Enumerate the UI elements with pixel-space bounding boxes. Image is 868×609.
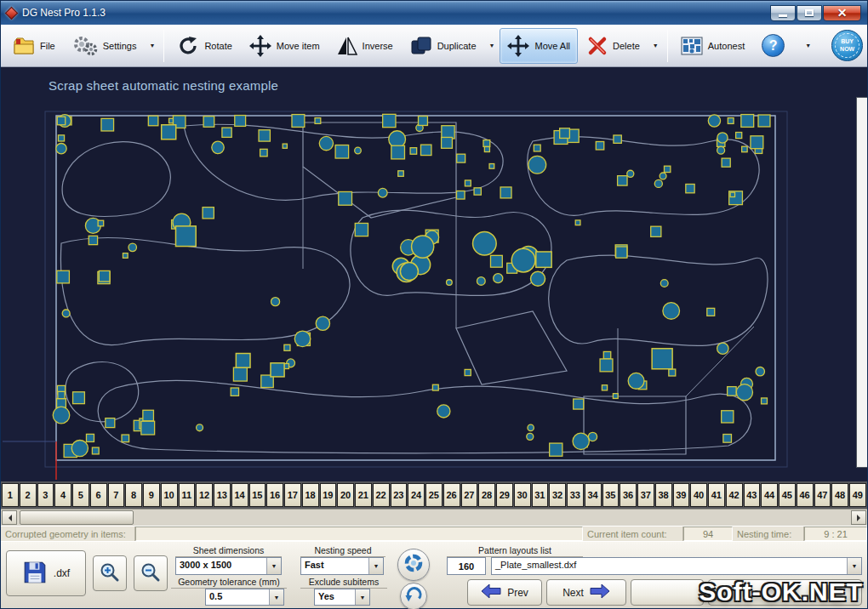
sheet-tab-27[interactable]: 27 bbox=[461, 483, 478, 507]
button-obscured-1[interactable] bbox=[631, 579, 704, 606]
sheet-tab-17[interactable]: 17 bbox=[284, 483, 301, 507]
toolbar-autonest-button[interactable]: Autonest bbox=[673, 28, 752, 64]
nesting-canvas-area[interactable]: Scrap sheet automatic nesting example bbox=[1, 67, 867, 481]
sheet-tab-44[interactable]: 44 bbox=[761, 483, 778, 507]
sheet-tab-9[interactable]: 9 bbox=[143, 483, 160, 507]
duplicate-dropdown-caret[interactable]: ▼ bbox=[486, 43, 499, 48]
sheet-tab-25[interactable]: 25 bbox=[425, 483, 443, 507]
save-dxf-label: .dxf bbox=[54, 567, 70, 579]
toolbar-settings-button[interactable]: Settings bbox=[65, 28, 145, 64]
toolbar-rotate-button[interactable]: Rotate bbox=[169, 28, 239, 64]
sheet-tab-47[interactable]: 47 bbox=[814, 483, 831, 507]
sheet-tab-32[interactable]: 32 bbox=[549, 483, 566, 507]
chevron-down-icon[interactable]: ▼ bbox=[368, 558, 383, 574]
sheet-tab-30[interactable]: 30 bbox=[514, 483, 531, 507]
sheet-tab-49[interactable]: 49 bbox=[849, 483, 866, 507]
delete-dropdown-caret[interactable]: ▼ bbox=[649, 43, 662, 48]
sheet-tab-2[interactable]: 2 bbox=[20, 483, 37, 507]
sheet-tab-35[interactable]: 35 bbox=[602, 483, 620, 507]
toolbar-delete-button[interactable]: Delete bbox=[580, 28, 648, 64]
renest-button[interactable] bbox=[397, 549, 430, 581]
gears-icon bbox=[72, 35, 98, 57]
chevron-down-icon[interactable]: ▼ bbox=[847, 558, 861, 574]
minimize-button[interactable] bbox=[770, 5, 796, 21]
toolbar-move-item-button[interactable]: Move item bbox=[242, 28, 328, 64]
sheet-tab-28[interactable]: 28 bbox=[478, 483, 495, 507]
sheet-tab-11[interactable]: 11 bbox=[179, 483, 196, 507]
scroll-right-button[interactable] bbox=[851, 510, 866, 525]
zoom-in-button[interactable] bbox=[93, 555, 127, 591]
sheet-tab-42[interactable]: 42 bbox=[726, 483, 743, 507]
sheet-tab-48[interactable]: 48 bbox=[831, 483, 848, 507]
sheet-tab-33[interactable]: 33 bbox=[567, 483, 584, 507]
sheet-tab-6[interactable]: 6 bbox=[90, 483, 107, 507]
chevron-down-icon[interactable]: ▼ bbox=[355, 589, 369, 605]
sheet-tab-10[interactable]: 10 bbox=[161, 483, 178, 507]
sheet-tab-5[interactable]: 5 bbox=[72, 483, 89, 507]
sheet-tab-20[interactable]: 20 bbox=[337, 483, 354, 507]
settings-dropdown-caret[interactable]: ▼ bbox=[146, 43, 158, 48]
sheet-tab-7[interactable]: 7 bbox=[108, 483, 125, 507]
scroll-left-button[interactable] bbox=[2, 510, 17, 525]
toolbar-buy-now-button[interactable]: BUY NOW bbox=[824, 28, 868, 64]
sheet-tab-16[interactable]: 16 bbox=[266, 483, 283, 507]
sheet-tab-24[interactable]: 24 bbox=[408, 483, 425, 507]
nesting-sheet-drawing[interactable] bbox=[1, 67, 867, 481]
window-title: DG Nest Pro 1.1.3 bbox=[22, 7, 106, 19]
sheet-tab-19[interactable]: 19 bbox=[320, 483, 337, 507]
sheet-tab-4[interactable]: 4 bbox=[54, 483, 71, 507]
chevron-down-icon[interactable]: ▼ bbox=[269, 589, 283, 605]
sheet-tab-39[interactable]: 39 bbox=[673, 483, 690, 507]
undo-button[interactable] bbox=[400, 583, 427, 609]
close-button[interactable]: ✕ bbox=[823, 5, 861, 21]
pattern-file-select[interactable]: _Plate_smallest.dxf ▼ bbox=[491, 557, 862, 575]
window-controls: ✕ bbox=[769, 5, 861, 21]
toolbar-inverse-button[interactable]: Inverse bbox=[329, 28, 401, 64]
exclude-subitems-select[interactable]: Yes ▼ bbox=[314, 589, 370, 606]
horizontal-scrollbar[interactable] bbox=[1, 509, 867, 526]
toolbar-more-options-button[interactable]: ▼ bbox=[794, 28, 822, 64]
sheet-tab-18[interactable]: 18 bbox=[302, 483, 319, 507]
sheet-tab-1[interactable]: 1 bbox=[2, 483, 19, 507]
sheet-tab-37[interactable]: 37 bbox=[637, 483, 654, 507]
toolbar-move-all-button[interactable]: Move All bbox=[500, 28, 578, 64]
nesting-speed-select[interactable]: Fast ▼ bbox=[300, 557, 384, 575]
sheet-tab-29[interactable]: 29 bbox=[496, 483, 513, 507]
sheet-tab-8[interactable]: 8 bbox=[125, 483, 142, 507]
next-button[interactable]: Next bbox=[546, 579, 626, 606]
sheet-tab-43[interactable]: 43 bbox=[744, 483, 761, 507]
sheet-tab-3[interactable]: 3 bbox=[37, 483, 54, 507]
sheet-tab-38[interactable]: 38 bbox=[655, 483, 672, 507]
sheet-tab-13[interactable]: 13 bbox=[214, 483, 231, 507]
toolbar-help-button[interactable]: ? bbox=[754, 28, 792, 64]
sheet-tab-14[interactable]: 14 bbox=[231, 483, 248, 507]
chevron-down-icon[interactable]: ▼ bbox=[266, 558, 281, 574]
sheet-tab-36[interactable]: 36 bbox=[620, 483, 637, 507]
sheet-tab-34[interactable]: 34 bbox=[585, 483, 602, 507]
nesting-speed-label: Nesting speed bbox=[300, 545, 385, 557]
sheet-tab-26[interactable]: 26 bbox=[443, 483, 460, 507]
button-obscured-2[interactable] bbox=[708, 579, 862, 606]
scrollbar-thumb[interactable] bbox=[20, 510, 134, 525]
sheet-tab-31[interactable]: 31 bbox=[532, 483, 549, 507]
sheet-tab-22[interactable]: 22 bbox=[373, 483, 390, 507]
toolbar-duplicate-button[interactable]: Duplicate bbox=[403, 28, 484, 64]
sheet-tab-45[interactable]: 45 bbox=[779, 483, 796, 507]
sheet-tab-15[interactable]: 15 bbox=[249, 483, 266, 507]
maximize-icon bbox=[805, 9, 814, 16]
sheet-tab-41[interactable]: 41 bbox=[708, 483, 725, 507]
prev-button[interactable]: Prev bbox=[467, 579, 542, 606]
sheet-dimensions-select[interactable]: 3000 x 1500 ▼ bbox=[175, 557, 282, 575]
sheet-tab-46[interactable]: 46 bbox=[797, 483, 814, 507]
rotate-icon bbox=[177, 35, 199, 57]
sheet-tab-12[interactable]: 12 bbox=[196, 483, 213, 507]
maximize-button[interactable] bbox=[797, 5, 822, 21]
sheet-tab-23[interactable]: 23 bbox=[391, 483, 408, 507]
geometry-tolerance-select[interactable]: 0.5 ▼ bbox=[205, 589, 284, 606]
toolbar-file-button[interactable]: File bbox=[5, 28, 63, 64]
zoom-out-button[interactable] bbox=[134, 555, 168, 591]
pattern-count-field[interactable]: 160 bbox=[447, 557, 486, 575]
sheet-tab-40[interactable]: 40 bbox=[690, 483, 707, 507]
sheet-tab-21[interactable]: 21 bbox=[355, 483, 372, 507]
save-dxf-button[interactable]: .dxf bbox=[6, 550, 86, 596]
